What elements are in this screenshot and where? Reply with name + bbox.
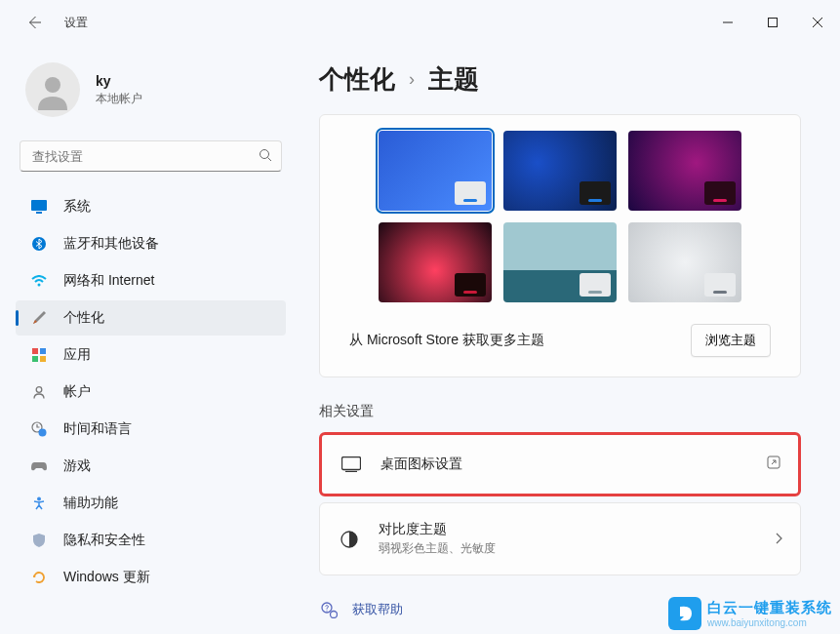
desktop-icons-setting[interactable]: 桌面图标设置 (319, 432, 801, 496)
svg-point-10 (38, 284, 41, 287)
sidebar-item-privacy[interactable]: 隐私和安全性 (16, 523, 286, 558)
clock-globe-icon (30, 420, 48, 438)
setting-subtitle: 弱视彩色主题、光敏度 (379, 540, 775, 557)
sidebar-item-update[interactable]: Windows 更新 (16, 560, 286, 595)
sidebar-item-label: 游戏 (63, 457, 91, 475)
svg-point-4 (45, 77, 60, 93)
svg-rect-19 (342, 457, 361, 470)
open-external-icon (767, 456, 780, 473)
sidebar-item-bluetooth[interactable]: 蓝牙和其他设备 (16, 226, 286, 261)
titlebar: 设置 (0, 0, 840, 45)
maximize-icon (768, 18, 778, 27)
theme-thumbnail[interactable] (628, 131, 741, 211)
maximize-button[interactable] (750, 7, 795, 38)
minimize-icon (723, 18, 733, 27)
theme-thumbnail[interactable] (628, 222, 741, 302)
breadcrumb: 个性化 › 主题 (319, 62, 801, 97)
chevron-right-icon: › (409, 69, 415, 90)
theme-thumbnail[interactable] (503, 131, 617, 211)
svg-rect-1 (769, 19, 778, 27)
contrast-icon (338, 528, 361, 551)
theme-thumbnail[interactable] (379, 222, 492, 302)
sidebar-item-label: 帐户 (63, 383, 91, 401)
sidebar-item-network[interactable]: 网络和 Internet (16, 263, 286, 298)
svg-point-15 (36, 387, 42, 393)
sidebar-item-gaming[interactable]: 游戏 (16, 449, 286, 484)
related-settings-header: 相关设置 (319, 403, 801, 420)
search-icon (259, 148, 272, 166)
svg-rect-7 (31, 200, 47, 211)
monitor-icon (30, 198, 48, 216)
back-button[interactable] (20, 9, 47, 36)
update-icon (30, 569, 48, 586)
theme-grid (379, 131, 741, 302)
watermark-logo-icon (668, 597, 701, 630)
profile-section[interactable]: ky 本地帐户 (16, 45, 298, 140)
sidebar-item-accounts[interactable]: 帐户 (16, 375, 286, 410)
setting-title: 桌面图标设置 (380, 456, 767, 473)
search-wrapper (20, 140, 282, 172)
minimize-button[interactable] (705, 7, 750, 38)
setting-title: 对比度主题 (379, 521, 775, 538)
sidebar-item-system[interactable]: 系统 (16, 189, 286, 224)
sidebar-item-label: 蓝牙和其他设备 (63, 235, 159, 253)
sidebar-item-label: 辅助功能 (63, 495, 118, 512)
avatar (25, 62, 80, 117)
help-icon (319, 600, 339, 619)
search-input[interactable] (20, 140, 282, 172)
sidebar-item-label: Windows 更新 (63, 569, 150, 586)
sidebar-item-label: 时间和语言 (63, 420, 132, 438)
svg-rect-13 (32, 356, 38, 362)
sidebar-item-label: 系统 (63, 198, 91, 216)
close-button[interactable] (795, 7, 840, 38)
svg-rect-14 (40, 356, 46, 362)
themes-card: 从 Microsoft Store 获取更多主题 浏览主题 (319, 114, 801, 377)
svg-point-5 (260, 150, 269, 159)
close-icon (813, 18, 822, 27)
svg-point-17 (39, 429, 47, 437)
sidebar-item-personalization[interactable]: 个性化 (16, 300, 286, 336)
person-icon (32, 69, 73, 110)
profile-subtitle: 本地帐户 (96, 91, 142, 107)
store-text: 从 Microsoft Store 获取更多主题 (349, 332, 544, 349)
gamepad-icon (30, 457, 48, 475)
window-controls (705, 7, 840, 38)
svg-point-24 (326, 610, 327, 611)
watermark: 白云一键重装系统 www.baiyunxitong.com (668, 597, 832, 630)
breadcrumb-parent[interactable]: 个性化 (319, 62, 395, 97)
shield-icon (30, 532, 48, 549)
sidebar-item-label: 隐私和安全性 (63, 532, 145, 549)
bluetooth-icon (30, 235, 48, 253)
sidebar-item-label: 个性化 (63, 309, 104, 327)
breadcrumb-current: 主题 (428, 62, 479, 97)
svg-line-6 (268, 158, 272, 162)
sidebar-item-label: 网络和 Internet (63, 272, 154, 290)
chevron-right-icon (775, 531, 782, 548)
sidebar: ky 本地帐户 系统 蓝牙和其他设备 网络和 Internet (0, 45, 298, 634)
sidebar-item-time-language[interactable]: 时间和语言 (16, 412, 286, 447)
browse-themes-button[interactable]: 浏览主题 (691, 324, 771, 357)
svg-rect-8 (36, 212, 42, 214)
watermark-url: www.baiyunxitong.com (707, 617, 832, 628)
svg-point-25 (331, 612, 338, 618)
nav-list: 系统 蓝牙和其他设备 网络和 Internet 个性化 应用 帐户 (16, 187, 298, 634)
content-area: 个性化 › 主题 从 Microsoft Store 获取更多主题 浏览主题 相… (298, 45, 840, 634)
window-title: 设置 (64, 15, 88, 31)
contrast-themes-setting[interactable]: 对比度主题 弱视彩色主题、光敏度 (319, 502, 801, 575)
arrow-left-icon (25, 15, 41, 30)
accessibility-icon (30, 495, 48, 512)
sidebar-item-label: 应用 (63, 346, 91, 364)
footer-link-text: 获取帮助 (352, 601, 403, 618)
theme-thumbnail[interactable] (379, 131, 492, 211)
watermark-title: 白云一键重装系统 (707, 599, 832, 617)
store-row: 从 Microsoft Store 获取更多主题 浏览主题 (340, 320, 780, 361)
desktop-icon (340, 453, 363, 476)
theme-thumbnail[interactable] (503, 222, 617, 302)
sidebar-item-accessibility[interactable]: 辅助功能 (16, 486, 286, 521)
svg-point-18 (37, 497, 41, 501)
paintbrush-icon (30, 309, 48, 327)
svg-rect-11 (32, 348, 38, 354)
sidebar-item-apps[interactable]: 应用 (16, 337, 286, 373)
svg-rect-12 (40, 348, 46, 354)
apps-icon (30, 346, 48, 364)
